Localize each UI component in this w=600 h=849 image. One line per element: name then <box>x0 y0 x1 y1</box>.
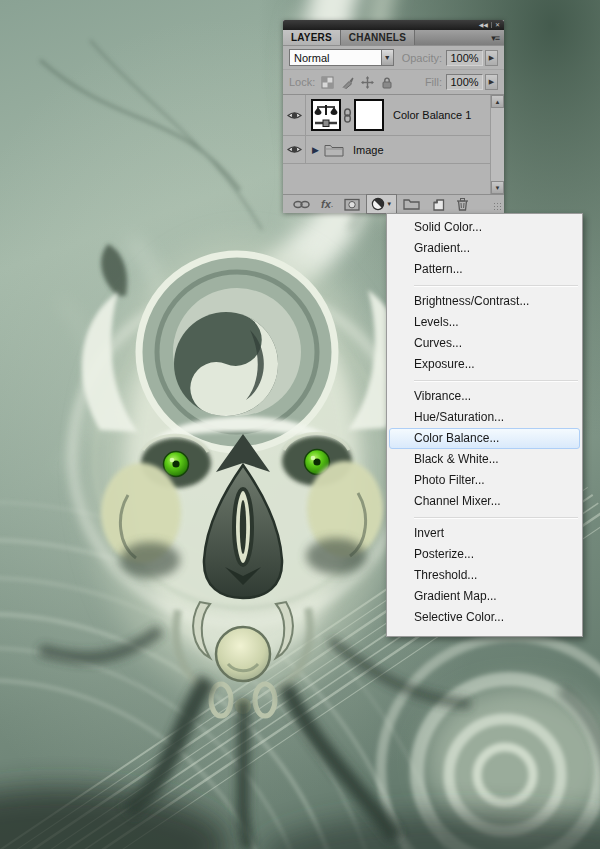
panel-resize-grip[interactable] <box>493 202 502 211</box>
add-layer-mask-button[interactable] <box>344 196 360 213</box>
blend-mode-row: Normal ▼ Opacity: 100% ▶ <box>283 46 504 70</box>
opacity-label: Opacity: <box>402 52 442 64</box>
panel-titlebar: ◀◀ ✕ <box>283 20 504 30</box>
visibility-toggle[interactable] <box>283 95 306 135</box>
menu-item-solid-color[interactable]: Solid Color... <box>387 217 582 238</box>
panel-footer-toolbar: fx. ▼ <box>283 194 504 213</box>
layer-row-color-balance[interactable]: Color Balance 1 <box>283 95 504 136</box>
add-layer-style-button[interactable]: fx. <box>321 196 333 213</box>
visibility-toggle[interactable] <box>283 136 306 163</box>
panel-menu-icon[interactable]: ▾≡ <box>486 30 504 45</box>
menu-item-gradient[interactable]: Gradient... <box>387 238 582 259</box>
group-folder-icon <box>324 143 344 157</box>
fill-value[interactable]: 100% <box>446 74 483 90</box>
lock-transparent-pixels-icon[interactable] <box>321 76 334 89</box>
blend-mode-dropdown-icon[interactable]: ▼ <box>381 49 394 66</box>
lock-position-icon[interactable] <box>361 76 374 89</box>
layers-scrollbar[interactable]: ▲ ▼ <box>490 95 504 194</box>
expand-group-icon[interactable]: ▶ <box>312 145 319 155</box>
delete-layer-button[interactable] <box>456 196 469 213</box>
opacity-value[interactable]: 100% <box>446 50 483 66</box>
new-group-icon <box>403 198 420 210</box>
layer-mask-icon <box>344 198 360 211</box>
menu-separator <box>414 285 578 286</box>
color-balance-scales-icon <box>314 102 338 128</box>
menu-item-curves[interactable]: Curves... <box>387 333 582 354</box>
eye-icon <box>287 110 302 121</box>
layers-list: Color Balance 1 ▶ Image ▲ ▼ <box>283 95 504 194</box>
menu-item-posterize[interactable]: Posterize... <box>387 544 582 565</box>
menu-item-channel-mixer[interactable]: Channel Mixer... <box>387 491 582 512</box>
menu-item-gradient-map[interactable]: Gradient Map... <box>387 586 582 607</box>
layer-row-image-group[interactable]: ▶ Image <box>283 136 504 164</box>
tab-channels[interactable]: CHANNELS <box>341 30 415 45</box>
menu-item-black-white[interactable]: Black & White... <box>387 449 582 470</box>
blend-mode-select[interactable]: Normal <box>289 49 382 66</box>
lock-image-pixels-icon[interactable] <box>341 76 354 89</box>
fill-label: Fill: <box>425 76 442 88</box>
menu-item-exposure[interactable]: Exposure... <box>387 354 582 375</box>
new-adjustment-layer-menu: Solid Color... Gradient... Pattern... Br… <box>386 213 583 637</box>
eye-icon <box>287 144 302 155</box>
new-layer-icon <box>431 198 445 211</box>
menu-item-levels[interactable]: Levels... <box>387 312 582 333</box>
photoshop-workspace: ◀◀ ✕ LAYERS CHANNELS ▾≡ Normal ▼ Opacity… <box>0 0 600 849</box>
fx-icon: fx <box>321 199 331 210</box>
lock-label: Lock: <box>289 76 315 88</box>
menu-item-invert[interactable]: Invert <box>387 523 582 544</box>
layer-mask-thumbnail[interactable] <box>354 99 384 131</box>
new-layer-button[interactable] <box>431 196 445 213</box>
tab-layers[interactable]: LAYERS <box>283 30 341 45</box>
trash-icon <box>456 197 469 211</box>
adjustment-layer-icon <box>371 197 385 211</box>
menu-item-vibrance[interactable]: Vibrance... <box>387 386 582 407</box>
new-group-button[interactable] <box>403 196 420 213</box>
fill-slider-icon[interactable]: ▶ <box>485 74 498 90</box>
layer-name[interactable]: Color Balance 1 <box>393 109 471 121</box>
scroll-up-icon[interactable]: ▲ <box>491 95 504 108</box>
mask-link-icon[interactable] <box>343 108 352 123</box>
panel-tab-bar: LAYERS CHANNELS ▾≡ <box>283 30 504 46</box>
collapse-to-icons-icon[interactable]: ◀◀ <box>479 20 488 30</box>
lock-all-icon[interactable] <box>381 76 393 89</box>
link-layers-icon <box>293 200 310 209</box>
adjustment-layer-thumbnail[interactable] <box>311 99 341 131</box>
menu-separator <box>414 517 578 518</box>
menu-item-selective-color[interactable]: Selective Color... <box>387 607 582 628</box>
lock-row: Lock: <box>283 70 504 95</box>
new-adjustment-layer-button[interactable]: ▼ <box>366 194 397 214</box>
scroll-down-icon[interactable]: ▼ <box>491 181 504 194</box>
menu-item-color-balance[interactable]: Color Balance... <box>389 428 580 449</box>
layers-panel: ◀◀ ✕ LAYERS CHANNELS ▾≡ Normal ▼ Opacity… <box>283 20 504 213</box>
close-panel-icon[interactable]: ✕ <box>495 20 500 30</box>
menu-item-pattern[interactable]: Pattern... <box>387 259 582 280</box>
menu-item-hue-saturation[interactable]: Hue/Saturation... <box>387 407 582 428</box>
menu-separator <box>414 380 578 381</box>
menu-arrow-icon: ▼ <box>386 201 392 207</box>
layer-name[interactable]: Image <box>353 144 384 156</box>
opacity-slider-icon[interactable]: ▶ <box>485 50 498 66</box>
titlebar-divider <box>491 22 492 28</box>
menu-item-threshold[interactable]: Threshold... <box>387 565 582 586</box>
menu-item-photo-filter[interactable]: Photo Filter... <box>387 470 582 491</box>
menu-item-brightness-contrast[interactable]: Brightness/Contrast... <box>387 291 582 312</box>
link-layers-button[interactable] <box>293 196 310 213</box>
